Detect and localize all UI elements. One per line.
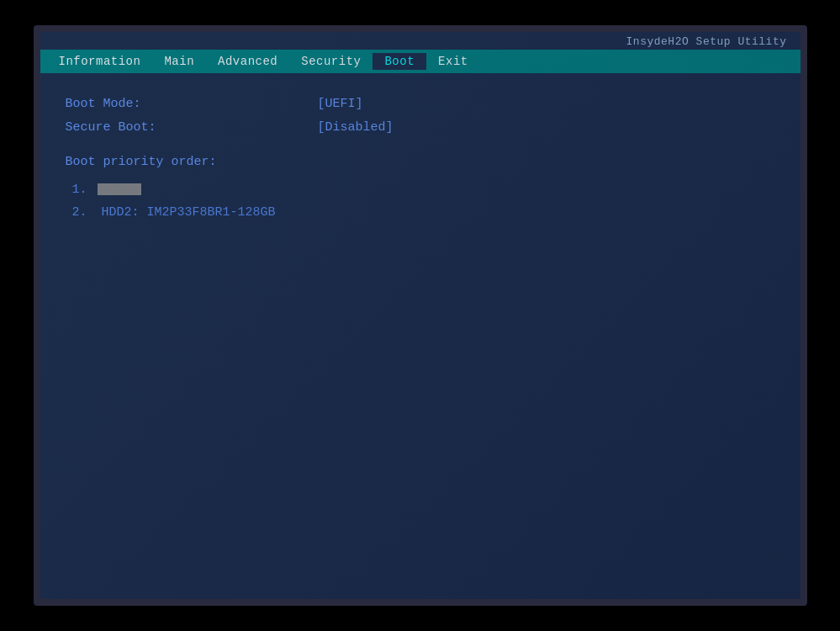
menu-item-exit[interactable]: Exit bbox=[426, 53, 480, 70]
boot-item-2-index: 2. bbox=[72, 205, 87, 220]
secure-boot-label: Secure Boot: bbox=[66, 117, 318, 139]
menu-item-advanced[interactable]: Advanced bbox=[206, 53, 289, 70]
content-area: Boot Mode: [UEFI] Secure Boot: [Disabled… bbox=[40, 73, 800, 599]
boot-mode-label: Boot Mode: bbox=[66, 93, 318, 115]
boot-priority-title: Boot priority order: bbox=[66, 151, 775, 173]
utility-bar: InsydeH2O Setup Utility bbox=[40, 32, 800, 50]
boot-mode-row: Boot Mode: [UEFI] bbox=[66, 93, 775, 115]
screen-bezel: InsydeH2O Setup Utility Information Main… bbox=[34, 25, 807, 606]
utility-title: InsydeH2O Setup Utility bbox=[626, 35, 787, 48]
boot-mode-value[interactable]: [UEFI] bbox=[318, 93, 363, 115]
bios-container: InsydeH2O Setup Utility Information Main… bbox=[40, 32, 800, 599]
menu-item-information[interactable]: Information bbox=[47, 53, 153, 70]
boot-item-1-redacted bbox=[98, 183, 141, 195]
secure-boot-value[interactable]: [Disabled] bbox=[318, 117, 394, 139]
menu-item-security[interactable]: Security bbox=[289, 53, 372, 70]
secure-boot-row: Secure Boot: [Disabled] bbox=[66, 117, 775, 139]
menu-item-main[interactable]: Main bbox=[152, 53, 206, 70]
boot-item-1[interactable]: 1. bbox=[72, 178, 775, 201]
boot-item-1-index: 1. bbox=[72, 178, 87, 201]
menu-bar: Information Main Advanced Security Boot … bbox=[40, 50, 800, 73]
boot-item-2[interactable]: 2. HDD2: IM2P33F8BR1-128GB bbox=[72, 201, 775, 224]
menu-item-boot[interactable]: Boot bbox=[372, 53, 426, 70]
boot-item-2-label: HDD2: IM2P33F8BR1-128GB bbox=[102, 205, 276, 220]
